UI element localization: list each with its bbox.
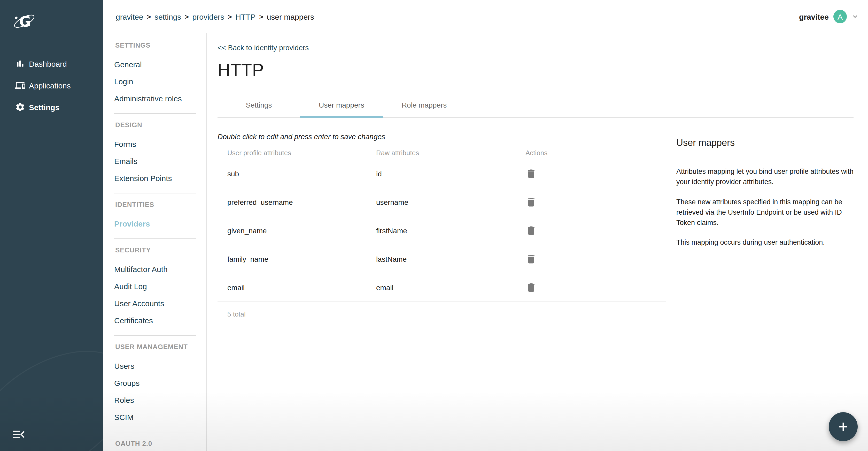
sidebar-item-label: Applications [29,81,71,90]
nav-item-user-accounts[interactable]: User Accounts [114,295,206,312]
side-panel-paragraph: This mapping occurs during user authenti… [676,238,854,248]
table-row: preferred_usernameusername [218,188,666,216]
table-row: family_namelastName [218,245,666,273]
tab-user-mappers[interactable]: User mappers [300,93,383,117]
actions-cell [525,282,666,293]
add-mapper-fab[interactable]: + [829,412,858,441]
total-count: 5 total [218,302,666,318]
nav-item-users[interactable]: Users [114,357,206,374]
delete-button[interactable] [525,196,537,208]
nav-item-general[interactable]: General [114,56,206,73]
nav-item-extension-points[interactable]: Extension Points [114,170,206,187]
sidebar-item-dashboard[interactable]: Dashboard [0,53,103,75]
delete-icon [525,196,537,208]
actions-cell [525,253,666,264]
bar-chart-icon [15,58,25,69]
nav-item-scim[interactable]: SCIM [114,408,206,426]
nav-section-header-design: DESIGN [115,120,206,130]
cell-user-profile-attribute[interactable]: email [218,283,376,291]
breadcrumb-current: user mappers [267,12,314,21]
cell-user-profile-attribute[interactable]: sub [218,169,376,178]
cell-raw-attribute[interactable]: firstName [376,226,525,234]
sidebar-item-applications[interactable]: Applications [0,75,103,96]
gravitee-logo[interactable]: G [12,10,103,34]
divider [114,432,196,432]
delete-icon [525,253,537,264]
nav-section-header-settings: SETTINGS [115,40,206,51]
actions-cell [525,168,666,179]
breadcrumb-separator: > [259,13,263,21]
cell-raw-attribute[interactable]: username [376,198,525,206]
delete-button[interactable] [525,225,537,236]
sidebar-item-label: Dashboard [29,59,67,68]
nav-item-audit-log[interactable]: Audit Log [114,278,206,295]
nav-item-login[interactable]: Login [114,73,206,90]
column-header-actions: Actions [525,149,666,157]
breadcrumb-separator: > [147,13,151,21]
actions-cell [525,225,666,236]
column-header-raw-attributes: Raw attributes [376,149,525,157]
side-panel-title: User mappers [676,137,854,149]
devices-icon [15,80,25,90]
app-window: G DashboardApplicationsSettings [0,0,868,451]
breadcrumb-link[interactable]: HTTP [235,12,255,21]
divider [114,335,196,336]
breadcrumb: gravitee>settings>providers>HTTP>user ma… [116,12,314,21]
side-panel: User mappers Attributes mapping let you … [676,118,854,451]
user-name: gravitee [799,12,829,21]
breadcrumb-separator: > [185,13,189,21]
page-title: HTTP [218,59,854,81]
nav-section-header-security: SECURITY [115,245,206,255]
chevron-down-icon[interactable] [851,13,859,20]
divider [114,113,196,114]
delete-button[interactable] [525,168,537,179]
nav-item-multifactor-auth[interactable]: Multifactor Auth [114,261,206,278]
back-link[interactable]: << Back to identity providers [218,44,309,52]
nav-item-providers[interactable]: Providers [114,215,206,232]
cell-user-profile-attribute[interactable]: preferred_username [218,198,376,206]
avatar[interactable]: A [833,10,847,23]
nav-section-header-oauth-2-0: OAUTH 2.0 [115,439,206,449]
breadcrumb-link[interactable]: gravitee [116,12,144,21]
breadcrumb-link[interactable]: settings [154,12,181,21]
nav-item-certificates[interactable]: Certificates [114,312,206,329]
nav-section-header-user-management: USER MANAGEMENT [115,342,206,352]
nav-item-roles[interactable]: Roles [114,392,206,408]
delete-icon [525,282,537,293]
nav-item-groups[interactable]: Groups [114,374,206,392]
cell-user-profile-attribute[interactable]: family_name [218,255,376,263]
sidebar-collapse-button[interactable] [12,428,26,441]
breadcrumb-separator: > [228,13,232,21]
tab-role-mappers[interactable]: Role mappers [383,93,466,117]
side-panel-paragraph: Attributes mapping let you bind user pro… [676,167,854,188]
side-panel-paragraph: These new attributes specified in this m… [676,197,854,228]
table-row: given_namefirstName [218,216,666,245]
breadcrumb-link[interactable]: providers [192,12,224,21]
delete-button[interactable] [525,253,537,264]
table-header-row: User profile attributesRaw attributesAct… [218,147,666,159]
column-header-user-profile-attributes: User profile attributes [218,149,376,157]
edit-hint: Double click to edit and press enter to … [218,133,666,141]
gear-icon [15,102,25,112]
delete-button[interactable] [525,282,537,293]
topbar: gravitee>settings>providers>HTTP>user ma… [103,0,868,33]
cell-user-profile-attribute[interactable]: given_name [218,226,376,234]
cell-raw-attribute[interactable]: id [376,169,525,178]
mappers-table: subidpreferred_usernameusernamegiven_nam… [218,159,666,302]
table-row: subid [218,159,666,188]
tab-settings[interactable]: Settings [218,93,300,117]
plus-icon: + [838,418,848,435]
sidebar-item-settings[interactable]: Settings [0,96,103,118]
divider [676,154,854,155]
nav-item-emails[interactable]: Emails [114,152,206,170]
cell-raw-attribute[interactable]: email [376,283,525,291]
svg-text:G: G [19,13,31,30]
user-menu[interactable]: gravitee A [799,10,859,23]
divider [114,193,196,193]
collapse-menu-icon [12,434,26,442]
nav-item-forms[interactable]: Forms [114,136,206,152]
cell-raw-attribute[interactable]: lastName [376,255,525,263]
nav-item-administrative-roles[interactable]: Administrative roles [114,90,206,107]
primary-nav: DashboardApplicationsSettings [0,53,103,118]
actions-cell [525,196,666,208]
